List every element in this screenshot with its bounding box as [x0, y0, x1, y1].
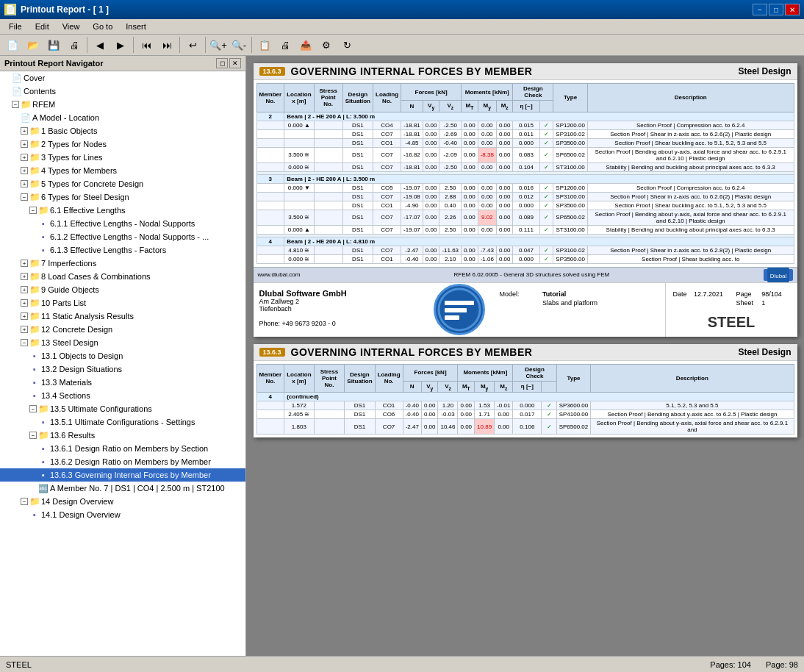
expand-plus-icon[interactable]: + — [21, 180, 28, 187]
sidebar-item-eff-612[interactable]: ▪ 6.1.2 Effective Lengths - Nodal Suppor… — [0, 230, 245, 243]
expand-plus-icon[interactable]: + — [21, 260, 28, 267]
tb-settings[interactable]: ⚙ — [317, 36, 336, 54]
expand-plus-icon[interactable]: + — [21, 273, 28, 280]
expand-plus-icon[interactable]: + — [21, 167, 28, 174]
beam3-row-5: 0.000 ▲ DS1 CO7 -19.07 0.00 2.50 0.00 0.… — [256, 225, 794, 234]
tb-zoom-in[interactable]: 🔍+ — [209, 36, 228, 54]
page-icon: ▪ — [38, 443, 49, 454]
folder-icon: 📁 — [29, 152, 40, 162]
expand-plus-icon[interactable]: + — [21, 299, 28, 307]
menu-insert[interactable]: Insert — [120, 21, 152, 32]
tb-first[interactable]: ⏮ — [137, 36, 156, 54]
sidebar-item-s131[interactable]: ▪ 13.1 Objects to Design — [0, 349, 245, 362]
doc-icon: 📄 — [21, 112, 31, 123]
tb-refresh[interactable]: ↻ — [337, 36, 356, 54]
sidebar-item-steel-d[interactable]: − 📁 13 Steel Design — [0, 336, 245, 349]
sidebar-item-a-model[interactable]: 📄 A Model - Location — [0, 111, 245, 124]
minimize-button[interactable]: − — [753, 4, 767, 15]
tb-prev[interactable]: ◀ — [90, 36, 110, 54]
tb-print2[interactable]: 🖨 — [276, 36, 295, 54]
tb-zoom-out[interactable]: 🔍- — [229, 36, 248, 54]
sidebar-item-s1361[interactable]: ▪ 13.6.1 Design Ratio on Members by Sect… — [0, 442, 245, 455]
expand-plus-icon[interactable]: + — [21, 154, 28, 161]
sidebar-item-s141[interactable]: ▪ 14.1 Design Overview — [0, 508, 245, 521]
sidebar-item-concrete[interactable]: + 📁 5 Types for Concrete Design — [0, 177, 245, 190]
th-moments: Moments [kNm] — [462, 84, 513, 101]
sidebar-item-cover[interactable]: 📄 Cover — [0, 71, 245, 85]
sidebar-item-steel-types[interactable]: − 📁 6 Types for Steel Design — [0, 190, 245, 204]
menu-edit[interactable]: Edit — [29, 21, 55, 32]
menu-bar: File Edit View Go to Insert — [0, 19, 804, 35]
th-type: Type — [553, 84, 588, 112]
menu-file[interactable]: File — [3, 21, 28, 32]
sidebar-item-imperf[interactable]: + 📁 7 Imperfections — [0, 257, 245, 270]
sidebar-item-loadcases[interactable]: + 📁 8 Load Cases & Combinations — [0, 270, 245, 283]
sidebar-close[interactable]: ✕ — [229, 58, 241, 68]
expand-minus-icon[interactable]: − — [12, 101, 19, 108]
sidebar-item-s133[interactable]: ▪ 13.3 Materials — [0, 376, 245, 389]
sidebar-item-nodes[interactable]: + 📁 2 Types for Nodes — [0, 137, 245, 151]
tb-page-setup[interactable]: 📋 — [255, 36, 274, 54]
sidebar-item-s1351[interactable]: ▪ 13.5.1 Ultimate Configurations - Setti… — [0, 415, 245, 429]
sidebar-item-member7[interactable]: 🔤 A Member No. 7 | DS1 | CO4 | 2.500 m |… — [0, 482, 245, 495]
tb-save[interactable]: 💾 — [44, 36, 63, 54]
sidebar-item-s1362[interactable]: ▪ 13.6.2 Design Ratio on Members by Memb… — [0, 455, 245, 468]
expand-plus-icon[interactable]: + — [21, 140, 28, 148]
sidebar-item-eff-lengths[interactable]: − 📁 6.1 Effective Lengths — [0, 204, 245, 217]
tb-last[interactable]: ⏭ — [157, 36, 176, 54]
beam3-row-4: 3.500 ≅ DS1 CO7 -17.07 0.00 2.26 0.00 9.… — [256, 210, 794, 225]
sidebar-item-eff-613[interactable]: ▪ 6.1.3 Effective Lengths - Factors — [0, 243, 245, 257]
sidebar-item-s136[interactable]: − 📁 13.6 Results — [0, 429, 245, 442]
expand-minus-icon[interactable]: − — [21, 193, 28, 201]
sidebar-item-s1363[interactable]: ▪ 13.6.3 Governing Internal Forces by Me… — [0, 468, 245, 482]
sidebar-item-s134[interactable]: ▪ 13.4 Sections — [0, 389, 245, 402]
expand-plus-icon[interactable]: + — [21, 286, 28, 293]
sidebar-restore[interactable]: ◻ — [216, 58, 228, 68]
expand-plus-icon[interactable]: + — [21, 127, 28, 135]
sidebar-item-basic[interactable]: + 📁 1 Basic Objects — [0, 124, 245, 137]
expand-minus-icon[interactable]: − — [21, 498, 28, 505]
sidebar-item-design-ov[interactable]: − 📁 14 Design Overview — [0, 495, 245, 508]
tb-back[interactable]: ↩ — [183, 36, 202, 54]
tb-sep4 — [205, 37, 206, 53]
expand-minus-icon[interactable]: − — [29, 432, 37, 439]
sidebar-item-contents[interactable]: 📄 Contents — [0, 85, 245, 98]
sidebar-item-static[interactable]: + 📁 11 Static Analysis Results — [0, 310, 245, 323]
expand-minus-icon[interactable]: − — [21, 339, 28, 346]
expand-minus-icon[interactable]: − — [29, 207, 37, 214]
expand-minus-icon[interactable]: − — [29, 405, 37, 412]
page-icon: ▪ — [38, 245, 49, 255]
sidebar-item-s132[interactable]: ▪ 13.2 Design Situations — [0, 362, 245, 376]
sidebar-item-guide[interactable]: + 📁 9 Guide Objects — [0, 283, 245, 296]
folder-icon: 📁 — [29, 139, 40, 149]
tb-sep3 — [179, 37, 180, 53]
sidebar-tree[interactable]: 📄 Cover 📄 Contents − 📁 RFEM 📄 A Model - … — [0, 71, 245, 656]
sidebar-item-rfem[interactable]: − 📁 RFEM — [0, 98, 245, 111]
folder-icon: 📁 — [38, 404, 49, 414]
page-icon: ▪ — [29, 364, 40, 374]
tb-next[interactable]: ▶ — [111, 36, 130, 54]
beam4b-no: 4 — [256, 393, 284, 401]
content-area[interactable]: 13.6.3 GOVERNING INTERNAL FORCES BY MEMB… — [246, 56, 804, 656]
close-button[interactable]: ✕ — [785, 4, 800, 15]
sidebar-item-eff-611[interactable]: ▪ 6.1.1 Effective Lengths - Nodal Suppor… — [0, 217, 245, 230]
tb-new[interactable]: 📄 — [3, 36, 22, 54]
tb-export[interactable]: 📤 — [296, 36, 315, 54]
sidebar-item-lines[interactable]: + 📁 3 Types for Lines — [0, 151, 245, 164]
tb-print[interactable]: 🖨 — [65, 36, 84, 54]
sidebar-item-members[interactable]: + 📁 4 Types for Members — [0, 164, 245, 177]
beam3-header-row: 3 Beam | 2 - HE 200 A | L: 3.500 m — [256, 174, 794, 183]
expand-plus-icon[interactable]: + — [21, 326, 28, 333]
menu-goto[interactable]: Go to — [87, 21, 118, 32]
expand-plus-icon[interactable]: + — [21, 312, 28, 320]
sidebar-item-s135[interactable]: − 📁 13.5 Ultimate Configurations — [0, 402, 245, 415]
folder-icon: 📁 — [29, 192, 40, 202]
section-header-1: 13.6.3 GOVERNING INTERNAL FORCES BY MEMB… — [254, 63, 797, 80]
sidebar-item-concrete-d[interactable]: + 📁 12 Concrete Design — [0, 323, 245, 336]
sidebar-item-parts[interactable]: + 📁 10 Parts List — [0, 296, 245, 310]
doc-icon: 📄 — [12, 86, 22, 96]
tb-open[interactable]: 📂 — [24, 36, 43, 54]
menu-view[interactable]: View — [57, 21, 86, 32]
folder-icon: 📁 — [29, 311, 40, 321]
maximize-button[interactable]: □ — [769, 4, 783, 15]
